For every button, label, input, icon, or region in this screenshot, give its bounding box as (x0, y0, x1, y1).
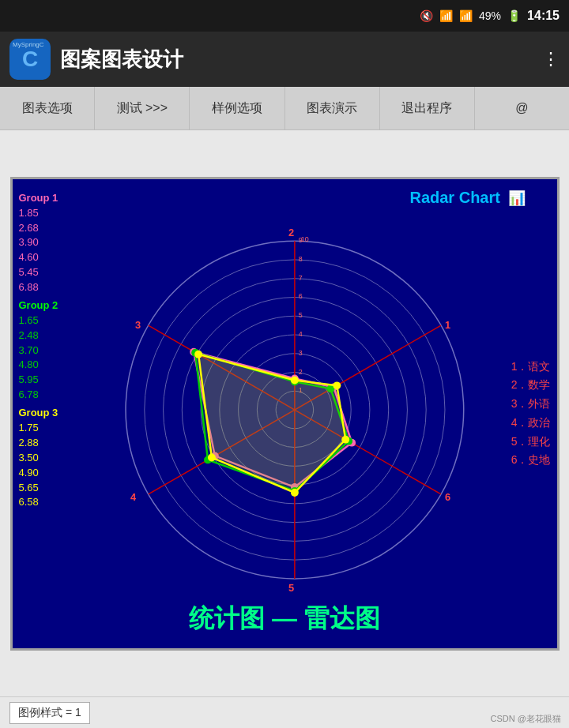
svg-text:6: 6 (298, 292, 302, 300)
chart-title: Radar Chart 📊 (409, 189, 525, 207)
group1-title: Group 1 (19, 191, 58, 205)
app-title: 图案图表设计 (60, 46, 533, 73)
axis-label-4: 4．政治 (511, 414, 551, 433)
svg-point-46 (290, 376, 298, 384)
nav-chart-options[interactable]: 图表选项 (0, 87, 95, 129)
main-content: 1 2 3 4 5 6 7 8 9 10 2 1 6 5 4 (0, 130, 569, 696)
svg-point-50 (207, 453, 215, 461)
svg-text:2: 2 (288, 227, 293, 238)
svg-text:3: 3 (134, 319, 140, 331)
svg-point-49 (290, 489, 298, 497)
legend-style-label: 图例样式 = 1 (9, 702, 90, 724)
svg-text:3: 3 (298, 348, 302, 356)
status-bar: 🔇 📶 📶 49% 🔋 14:15 (0, 0, 569, 32)
clock: 14:15 (527, 9, 560, 23)
svg-text:5: 5 (288, 581, 293, 593)
svg-point-47 (333, 381, 341, 389)
menu-button[interactable]: ⋮ (542, 49, 560, 69)
nav-sample-options[interactable]: 样例选项 (190, 87, 284, 129)
group3-values: 1.752.883.504.905.656.58 (19, 421, 58, 510)
chart-container: 1 2 3 4 5 6 7 8 9 10 2 1 6 5 4 (10, 177, 560, 651)
signal-icon: 📶 (459, 9, 473, 22)
svg-text:6: 6 (444, 490, 450, 502)
group2-values: 1.652.483.704.805.956.78 (19, 313, 58, 403)
svg-point-48 (341, 435, 349, 443)
group3-title: Group 3 (19, 406, 58, 420)
svg-text:7: 7 (298, 273, 302, 281)
battery-icon: 🔋 (507, 9, 521, 22)
radar-chart-svg: 1 2 3 4 5 6 7 8 9 10 2 1 6 5 4 (13, 179, 557, 648)
svg-text:5: 5 (298, 311, 302, 319)
app-icon: MySpringC C (9, 39, 51, 80)
svg-marker-45 (198, 354, 345, 492)
title-bar: MySpringC C 图案图表设计 ⋮ (0, 32, 569, 87)
legend-right: 1．语文 2．数学 3．外语 4．政治 5．理化 6．史地 (511, 357, 551, 470)
group1-values: 1.852.683.904.605.456.88 (19, 206, 58, 295)
footer: 图例样式 = 1 CSDN @老花眼猫 (0, 696, 569, 728)
app-icon-sublabel: MySpringC (13, 41, 44, 48)
app-icon-label: C (22, 47, 38, 72)
svg-text:10: 10 (300, 235, 308, 243)
group2-title: Group 2 (19, 298, 58, 313)
axis-label-3: 3．外语 (511, 395, 551, 414)
axis-label-1: 1．语文 (511, 357, 551, 376)
svg-text:4: 4 (130, 490, 136, 502)
legend-left: Group 1 1.852.683.904.605.456.88 Group 2… (19, 191, 58, 511)
mute-icon: 🔇 (420, 9, 433, 22)
nav-test[interactable]: 测试 >>> (95, 87, 190, 129)
svg-point-51 (194, 350, 202, 358)
svg-text:2: 2 (298, 367, 302, 375)
axis-label-5: 5．理化 (511, 432, 551, 451)
axis-label-6: 6．史地 (511, 451, 551, 470)
battery-text: 49% (479, 9, 501, 22)
nav-at[interactable]: @ (475, 87, 569, 129)
axis-label-2: 2．数学 (511, 376, 551, 395)
nav-bar: 图表选项 测试 >>> 样例选项 图表演示 退出程序 @ (0, 87, 569, 130)
chart-bottom-text: 统计图 — 雷达图 (13, 602, 557, 636)
svg-text:4: 4 (298, 329, 302, 337)
nav-exit[interactable]: 退出程序 (380, 87, 475, 129)
watermark: CSDN @老花眼猫 (491, 713, 561, 725)
wifi-icon: 📶 (439, 9, 453, 22)
svg-text:1: 1 (444, 319, 450, 331)
svg-text:8: 8 (298, 254, 302, 262)
nav-chart-demo[interactable]: 图表演示 (285, 87, 380, 129)
